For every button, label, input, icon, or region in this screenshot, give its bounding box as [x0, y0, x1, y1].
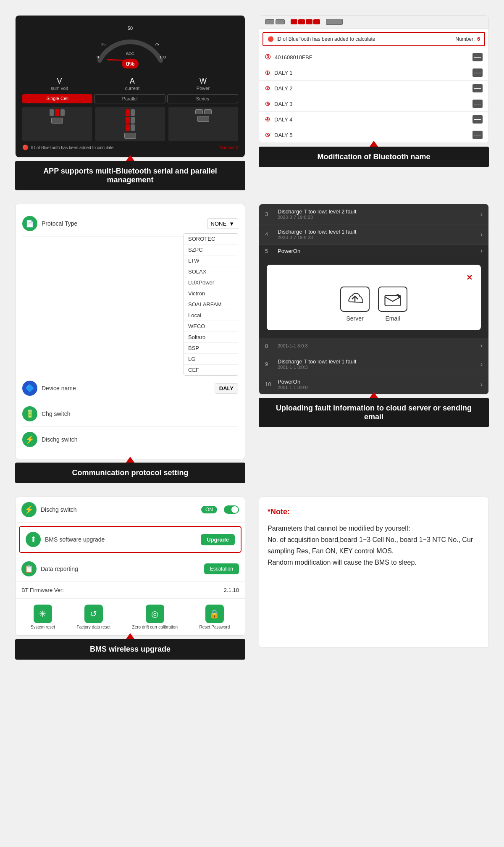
- zero-drift-label: Zero drift curr calibration: [132, 625, 178, 629]
- svg-text:100: 100: [160, 55, 166, 59]
- server-option[interactable]: Server: [340, 287, 370, 322]
- dropdown-luxpower[interactable]: LUXPower: [184, 277, 238, 288]
- bt-firmware-label: BT Firmware Ver:: [21, 587, 224, 593]
- bt-number-label: Number:: [455, 36, 475, 42]
- fault-num-9: 9: [265, 361, 273, 367]
- fault-num-3: 3: [265, 211, 273, 217]
- device-id-4: DALY 4: [274, 116, 472, 123]
- fault-content-10: PowerOn 2001-1-1 8:0:0: [278, 379, 476, 390]
- protocol-type-value: NONE: [211, 221, 227, 227]
- fault-date-3: 2023-3-7 19:8:23: [278, 215, 476, 220]
- dropdown-soltaro[interactable]: Soltaro: [184, 332, 238, 343]
- fault-title-5: PowerOn: [278, 248, 476, 254]
- dropdown-lg[interactable]: LG: [184, 354, 238, 365]
- remove-device-4[interactable]: —: [472, 115, 483, 124]
- dropdown-victron[interactable]: Victron: [184, 288, 238, 299]
- fault-content-5: PowerOn: [278, 248, 476, 254]
- tab-series[interactable]: Series: [167, 94, 238, 103]
- bms-software-upgrade-row: ⬆ BMS software upgrade Upgrade: [20, 527, 241, 552]
- top-icons-bar: [259, 16, 488, 29]
- fault-num-4: 4: [265, 231, 273, 237]
- fault-arrow-9: ›: [480, 360, 483, 368]
- dischg-switch-upgrade-label: Dischg switch: [41, 506, 197, 513]
- tab-parallel[interactable]: Parallel: [94, 94, 165, 103]
- upgrade-button[interactable]: Upgrade: [201, 534, 235, 545]
- device-row-4: ④ DALY 4 —: [259, 112, 488, 127]
- dropdown-local[interactable]: Local: [184, 310, 238, 321]
- dropdown-weco[interactable]: WECO: [184, 321, 238, 332]
- tab-single-cell[interactable]: Single Cell: [22, 94, 92, 103]
- escalation-button[interactable]: Escalation: [204, 563, 239, 574]
- toggle-switch[interactable]: [224, 505, 239, 514]
- zero-drift-btn[interactable]: ◎ Zero drift curr calibration: [132, 605, 178, 629]
- fault-item-4: 4 Discharge T too low: level 1 fault 202…: [259, 224, 488, 245]
- device-row-0: ⓪ 401608010FBF —: [259, 50, 488, 65]
- factory-reset-btn[interactable]: ↺ Factory data reset: [77, 605, 111, 629]
- metric-power: W Power: [197, 77, 210, 91]
- dropdown-soalarfam[interactable]: SOALARFAM: [184, 299, 238, 310]
- svg-text:75: 75: [155, 42, 159, 46]
- fault-item-5: 5 PowerOn ›: [259, 245, 488, 257]
- protocol-dropdown[interactable]: SOROTEC SZPC LTW SOLAX LUXPower Victron …: [184, 233, 238, 376]
- device-num-4: ④: [265, 116, 270, 123]
- fault-num-8: 8: [265, 343, 273, 349]
- current-icon: A: [130, 77, 135, 86]
- battery-diagrams: [22, 107, 238, 141]
- dropdown-solax[interactable]: SOLAX: [184, 266, 238, 277]
- fault-num-5: 5: [265, 248, 273, 254]
- metric-current: A current: [125, 77, 139, 91]
- svg-text:50: 50: [128, 26, 133, 31]
- chg-switch-label: Chg switch: [42, 410, 238, 417]
- fault-title-3: Discharge T too low: level 2 fault: [278, 208, 476, 215]
- protocol-content: 📄 Protocal Type NONE ▼ SOROTEC SZPC LTW …: [16, 204, 245, 459]
- device-list: ⓪ 401608010FBF — ① DALY 1 — ② DALY 2 — ③…: [259, 50, 488, 143]
- system-reset-label: System reset: [31, 625, 55, 629]
- device-num-1: ①: [265, 70, 270, 76]
- device-id-2: DALY 2: [274, 85, 472, 92]
- metrics-row: V sum volt A current W Power: [22, 77, 238, 91]
- cell-multi-bluetooth: 50 25 75 0 100 SOC 0% V: [8, 8, 252, 197]
- device-name-label: Device name: [42, 385, 210, 392]
- remove-device-3[interactable]: —: [472, 100, 483, 108]
- cell-communication-protocol: 📄 Protocal Type NONE ▼ SOROTEC SZPC LTW …: [8, 197, 252, 490]
- bms-dashboard: 50 25 75 0 100 SOC 0% V: [16, 16, 245, 157]
- fault-title-10: PowerOn: [278, 379, 476, 385]
- note-content: Parameters that cannot be modified by yo…: [268, 523, 480, 568]
- close-modal-button[interactable]: ✕: [466, 273, 472, 282]
- remove-device-0[interactable]: —: [472, 53, 483, 61]
- device-num-0: ⓪: [265, 53, 270, 61]
- protocol-type-select[interactable]: NONE ▼: [207, 218, 238, 229]
- dischg-toggle[interactable]: ON: [201, 506, 217, 513]
- email-option[interactable]: Email: [378, 287, 407, 322]
- dischg-switch-label: Dischg switch: [42, 436, 238, 443]
- device-row-2: ② DALY 2 —: [259, 81, 488, 96]
- remove-device-2[interactable]: —: [472, 84, 483, 92]
- dropdown-szpc[interactable]: SZPC: [184, 245, 238, 255]
- dropdown-ltw[interactable]: LTW: [184, 255, 238, 266]
- fault-content-8: 2001-1-1 8:0:3: [278, 343, 476, 348]
- dropdown-chevron-icon: ▼: [229, 221, 234, 227]
- dropdown-sorotec[interactable]: SOROTEC: [184, 234, 238, 245]
- dischg-switch-upgrade-icon: ⚡: [21, 502, 37, 517]
- device-name-value[interactable]: DALY: [215, 383, 238, 394]
- fault-date-10: 2001-1-1 8:0:0: [278, 385, 476, 390]
- single-cell-diag: [22, 107, 92, 141]
- fault-arrow-10: ›: [480, 381, 483, 388]
- note-title: *Note:: [268, 505, 480, 518]
- remove-device-5[interactable]: —: [472, 131, 483, 139]
- dropdown-cef[interactable]: CEF: [184, 365, 238, 375]
- dropdown-bsp[interactable]: BSP: [184, 343, 238, 354]
- cell-bms-upgrade: ⚡ Dischg switch ON ⬆ BMS software upgrad…: [8, 490, 252, 666]
- bt-id-row: 🔴 ID of BlueTooth has been added to calc…: [22, 145, 238, 150]
- reset-password-btn[interactable]: 🔒 Reset Password: [199, 605, 230, 629]
- bt-number-val: 6: [477, 36, 480, 42]
- fault-arrow-3: ›: [480, 210, 483, 218]
- device-row-3: ③ DALY 3 —: [259, 96, 488, 112]
- bms-upgrade-icon: ⬆: [26, 532, 41, 547]
- system-reset-btn[interactable]: ✳ System reset: [31, 605, 55, 629]
- dischg-switch-row: ⚡ Dischg switch: [22, 427, 238, 452]
- caption-upload-fault: Uploading fault information to cloud ser…: [259, 398, 489, 427]
- remove-device-1[interactable]: —: [472, 68, 483, 77]
- device-num-3: ③: [265, 101, 270, 107]
- fault-item-3: 3 Discharge T too low: level 2 fault 202…: [259, 204, 488, 224]
